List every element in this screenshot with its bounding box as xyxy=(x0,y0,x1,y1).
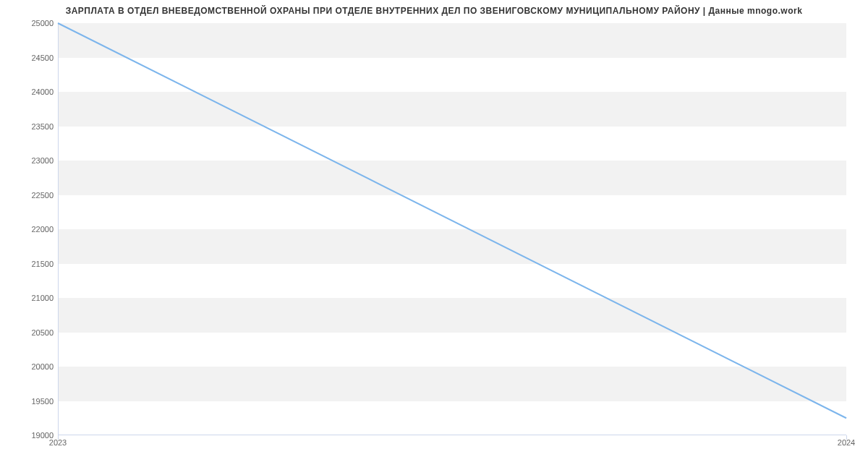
y-tick-label: 20500 xyxy=(31,328,54,337)
y-tick-label: 25000 xyxy=(31,19,54,27)
y-tick-label: 22000 xyxy=(31,225,54,234)
y-tick-label: 24500 xyxy=(31,54,54,62)
y-tick-label: 21000 xyxy=(31,294,54,302)
y-tick-label: 22500 xyxy=(31,191,54,200)
y-tick-label: 23000 xyxy=(31,156,54,165)
x-tick-label: 2023 xyxy=(49,438,67,447)
plot-area xyxy=(58,23,846,435)
y-tick-label: 23500 xyxy=(31,122,54,131)
chart-title: ЗАРПЛАТА В ОТДЕЛ ВНЕВЕДОМСТВЕННОЙ ОХРАНЫ… xyxy=(0,0,868,19)
y-tick-label: 20000 xyxy=(31,362,54,371)
x-tick-label: 2024 xyxy=(838,438,855,447)
y-tick-label: 21500 xyxy=(31,260,54,268)
y-tick-label: 19500 xyxy=(31,397,54,406)
chart-line-svg xyxy=(58,23,846,435)
chart-container: ЗАРПЛАТА В ОТДЕЛ ВНЕВЕДОМСТВЕННОЙ ОХРАНЫ… xyxy=(0,0,868,470)
y-tick-label: 24000 xyxy=(31,87,54,96)
data-series-line xyxy=(58,23,846,418)
